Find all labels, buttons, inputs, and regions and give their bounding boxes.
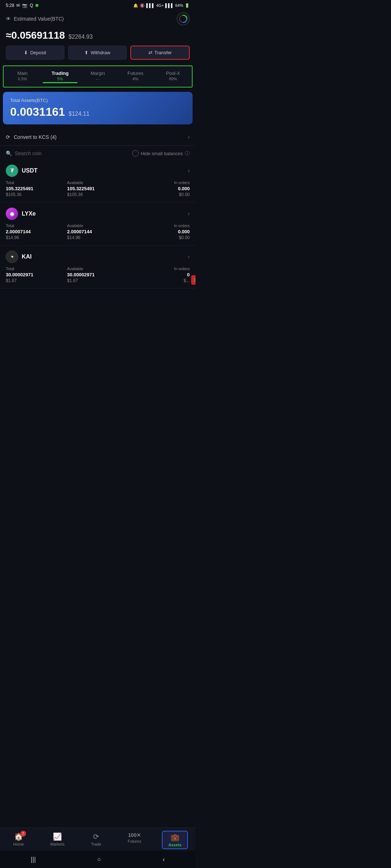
kai-total-col: Total 30.00002971 $1.67 — [6, 267, 67, 283]
eye-icon[interactable]: 👁 — [6, 16, 11, 22]
convert-icon: ⟳ — [6, 134, 10, 140]
coin-list: ₮ USDT › Total 105.3225491 $105.36 Avail… — [0, 159, 196, 289]
signal-bars: ▌▌▌ — [146, 3, 155, 8]
action-buttons: ⬇ Deposit ⬆ Withdraw ⇄ Transfer — [0, 46, 196, 65]
kai-orders-col: In orders 0 $... 🗑 — [129, 267, 190, 283]
coin-name-row-lyxe: ◉ LYXe — [6, 208, 36, 220]
lyxe-icon: ◉ — [6, 208, 18, 220]
wallet-tabs: Main 0.5% Trading 5% Margin - - Futures … — [4, 66, 192, 87]
instagram-icon: 📷 — [22, 3, 28, 8]
q-icon: Q — [30, 3, 33, 8]
transfer-button[interactable]: ⇄ Transfer — [130, 46, 190, 60]
tab-trading[interactable]: Trading 5% — [41, 68, 79, 85]
search-row: 🔍 Search coin Hide small balances ⓘ — [0, 146, 196, 159]
search-left: 🔍 Search coin — [6, 150, 42, 156]
kai-details: Total 30.00002971 $1.67 Available 30.000… — [6, 267, 190, 283]
usdt-icon: ₮ — [6, 165, 18, 177]
coin-item-lyxe[interactable]: ◉ LYXe › Total 2.00007144 $14.96 Availab… — [0, 203, 196, 246]
transfer-icon: ⇄ — [148, 50, 152, 55]
tab-main[interactable]: Main 0.5% — [4, 68, 41, 85]
search-placeholder: Search coin — [15, 150, 42, 156]
btc-value-row: ≈0.05691118 $2264.93 — [0, 28, 196, 46]
convert-kcs-bar[interactable]: ⟳ Convert to KCS (4) › — [0, 129, 196, 146]
coin-item-usdt[interactable]: ₮ USDT › Total 105.3225491 $105.36 Avail… — [0, 159, 196, 203]
usdt-chevron-right-icon: › — [188, 167, 190, 174]
coin-header-lyxe: ◉ LYXe › — [6, 208, 190, 220]
email-icon: ✉ — [16, 3, 20, 8]
lyxe-available-col: Available 2.00007144 $14.96 — [67, 224, 128, 240]
deposit-icon: ⬇ — [24, 50, 28, 55]
battery-icon: 🔋 — [185, 3, 190, 8]
battery: 64% — [175, 3, 183, 8]
signal-bars-2: ▌▌▌ — [165, 3, 174, 8]
usdt-orders-col: In orders 0.000 $0.00 — [129, 180, 190, 197]
assets-btc-value: 0.0031161 — [10, 105, 65, 119]
coin-name-row-usdt: ₮ USDT — [6, 165, 38, 177]
usdt-details: Total 105.3225491 $105.36 Available 105.… — [6, 180, 190, 197]
convert-chevron-right-icon: › — [188, 134, 190, 140]
time: 5:28 — [6, 3, 14, 8]
search-icon: 🔍 — [6, 150, 12, 156]
assets-card-label: Total Assets(BTC) — [10, 98, 185, 103]
mute-icon: 🔇 — [140, 3, 145, 8]
info-icon: ⓘ — [185, 150, 190, 157]
kai-icon: ✦ — [6, 251, 18, 263]
coin-header-kai: ✦ KAI › — [6, 251, 190, 263]
status-right: 🔔 🔇 ▌▌▌ 4G+ ▌▌▌ 64% 🔋 — [133, 3, 190, 8]
withdraw-icon: ⬆ — [84, 50, 88, 55]
lyxe-total-col: Total 2.00007144 $14.96 — [6, 224, 67, 240]
hide-balances-label: Hide small balances — [141, 151, 183, 156]
usdt-available-col: Available 105.3225491 $105.36 — [67, 180, 128, 197]
notif-dot — [35, 4, 38, 7]
lyxe-details: Total 2.00007144 $14.96 Available 2.0000… — [6, 224, 190, 240]
coin-name-row-kai: ✦ KAI — [6, 251, 32, 263]
assets-card: Total Assets(BTC) 0.0031161 $124.11 — [3, 92, 193, 124]
hide-small-balances[interactable]: Hide small balances ⓘ — [132, 150, 190, 157]
estimated-value-label: 👁 Estimated Value(BTC) — [6, 16, 64, 22]
header: 👁 Estimated Value(BTC) — [0, 9, 196, 28]
kai-chevron-right-icon: › — [188, 254, 190, 260]
lyxe-chevron-right-icon: › — [188, 210, 190, 217]
kai-available-col: Available 30.00002971 $1.67 — [67, 267, 128, 283]
tab-margin[interactable]: Margin - - — [79, 68, 117, 85]
tab-futures[interactable]: Futures 4% — [117, 68, 154, 85]
status-bar: 5:28 ✉ 📷 Q 🔔 🔇 ▌▌▌ 4G+ ▌▌▌ 64% 🔋 — [0, 0, 196, 9]
status-left: 5:28 ✉ 📷 Q — [6, 3, 38, 8]
portfolio-icon[interactable] — [177, 12, 190, 25]
wallet-tabs-container: Main 0.5% Trading 5% Margin - - Futures … — [3, 65, 193, 88]
lyxe-orders-col: In orders 0.000 $0.00 — [129, 224, 190, 240]
active-tab-indicator — [43, 82, 77, 83]
network-type: 4G+ — [156, 3, 164, 8]
usdt-total-col: Total 105.3225491 $105.36 — [6, 180, 67, 197]
withdraw-button[interactable]: ⬆ Withdraw — [68, 46, 127, 60]
lyxe-symbol: LYXe — [22, 210, 36, 217]
coin-header-usdt: ₮ USDT › — [6, 165, 190, 177]
red-badge: 🗑 — [191, 275, 196, 285]
alarm-icon: 🔔 — [133, 3, 138, 8]
tab-poolx[interactable]: Pool-X 89% — [154, 68, 192, 85]
coin-item-kai[interactable]: ✦ KAI › Total 30.00002971 $1.67 Availabl… — [0, 246, 196, 289]
deposit-button[interactable]: ⬇ Deposit — [6, 46, 64, 60]
usdt-symbol: USDT — [22, 167, 38, 174]
convert-kcs-left: ⟳ Convert to KCS (4) — [6, 134, 56, 140]
btc-amount: ≈0.05691118 — [6, 30, 65, 41]
assets-usd-value: $124.11 — [68, 111, 89, 117]
hide-balances-toggle[interactable] — [132, 150, 139, 157]
usd-amount: $2264.93 — [68, 34, 93, 40]
kai-symbol: KAI — [22, 254, 32, 260]
